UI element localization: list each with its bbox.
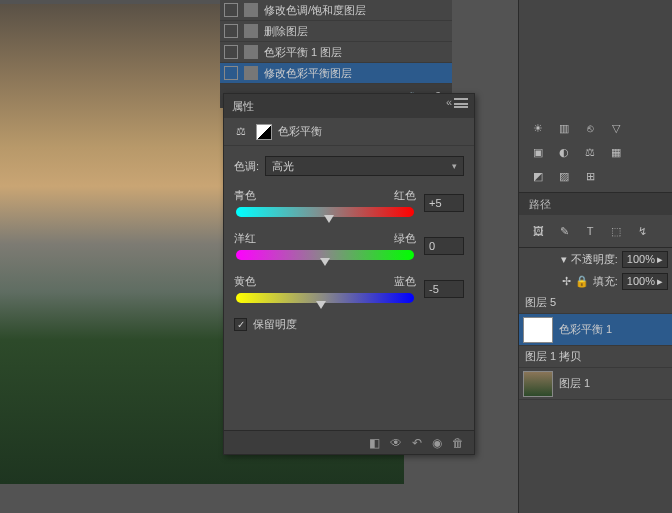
reset-icon[interactable]: ↶ xyxy=(412,436,422,450)
page-icon xyxy=(244,3,258,17)
adjustment-name: 色彩平衡 xyxy=(278,124,322,139)
tone-label: 色调: xyxy=(234,159,259,174)
clip-icon[interactable]: ◧ xyxy=(369,436,380,450)
slider-left-label: 洋红 xyxy=(234,231,256,246)
move-icon[interactable]: ✢ xyxy=(562,275,571,288)
right-panels: ☀ ▥ ⎋ ▽ ▣ ◐ ⚖ ▦ ◩ ▨ ⊞ 路径 🖼 ✎ T ⬚ ↯ ▾ 不透明… xyxy=(518,0,672,513)
vibrance-icon[interactable]: ▣ xyxy=(529,144,547,160)
history-item[interactable]: 删除图层 xyxy=(220,21,452,42)
checkbox-icon: ✓ xyxy=(234,318,247,331)
slider-value-input[interactable]: 0 xyxy=(424,237,464,255)
lock-icon[interactable]: 🔒 xyxy=(575,275,589,288)
path-icon[interactable]: ↯ xyxy=(633,223,651,239)
hue-icon[interactable]: ◐ xyxy=(555,144,573,160)
preserve-luminosity-checkbox[interactable]: ✓ 保留明度 xyxy=(234,317,464,332)
history-label: 修改色彩平衡图层 xyxy=(264,66,352,81)
history-item[interactable]: 修改色调/饱和度图层 xyxy=(220,0,452,21)
history-item[interactable]: 色彩平衡 1 图层 xyxy=(220,42,452,63)
layer-thumb xyxy=(523,371,553,397)
lock-row: ✢ 🔒 填充: 100%▸ xyxy=(519,270,672,292)
page-icon xyxy=(244,24,258,38)
slider-value-input[interactable]: -5 xyxy=(424,280,464,298)
paths-icons: 🖼 ✎ T ⬚ ↯ xyxy=(519,215,672,248)
tone-select[interactable]: 高光 ▾ xyxy=(265,156,464,176)
slider-right-label: 蓝色 xyxy=(394,274,416,289)
history-label: 删除图层 xyxy=(264,24,308,39)
tab-paths[interactable]: 路径 xyxy=(525,195,555,214)
adjustment-header: ⚖ 色彩平衡 xyxy=(224,118,474,146)
adjustments-row1: ☀ ▥ ⎋ ▽ ▣ ◐ ⚖ ▦ ◩ ▨ ⊞ xyxy=(519,112,672,193)
panel-titlebar[interactable]: 属性 « xyxy=(224,94,474,118)
image-icon[interactable]: 🖼 xyxy=(529,223,547,239)
brush-icon[interactable]: ✎ xyxy=(555,223,573,239)
chevron-down-icon[interactable]: ▾ xyxy=(561,253,567,266)
mixer-icon[interactable]: ▨ xyxy=(555,168,573,184)
slider-cyan-red: 青色红色 +5 xyxy=(234,188,464,217)
slider-track[interactable] xyxy=(236,250,414,260)
layer-color-balance[interactable]: 色彩平衡 1 xyxy=(519,314,672,346)
page-icon xyxy=(244,66,258,80)
slider-thumb[interactable] xyxy=(316,301,326,309)
layer-thumb xyxy=(523,317,553,343)
layer-item[interactable]: 图层 1 xyxy=(519,368,672,400)
paths-tabs: 路径 xyxy=(519,193,672,215)
history-label: 修改色调/饱和度图层 xyxy=(264,3,366,18)
photo-filter-icon[interactable]: ◩ xyxy=(529,168,547,184)
balance-icon: ⚖ xyxy=(232,123,250,141)
blend-mode-row: ▾ 不透明度: 100%▸ xyxy=(519,248,672,270)
shape-icon[interactable]: ⬚ xyxy=(607,223,625,239)
opacity-label: 不透明度: xyxy=(571,252,618,267)
properties-footer: ◧ 👁 ↶ ◉ 🗑 xyxy=(224,430,474,454)
properties-panel: 属性 « ⚖ 色彩平衡 色调: 高光 ▾ 青色红色 +5 xyxy=(223,93,475,455)
slider-track[interactable] xyxy=(236,293,414,303)
fill-label: 填充: xyxy=(593,274,618,289)
layer-label: 色彩平衡 1 xyxy=(559,322,612,337)
curves-icon[interactable]: ⎋ xyxy=(581,120,599,136)
text-icon[interactable]: T xyxy=(581,223,599,239)
slider-left-label: 黄色 xyxy=(234,274,256,289)
slider-left-label: 青色 xyxy=(234,188,256,203)
brightness-icon[interactable]: ☀ xyxy=(529,120,547,136)
prev-icon[interactable]: ◉ xyxy=(432,436,442,450)
lookup-icon[interactable]: ⊞ xyxy=(581,168,599,184)
bw-icon[interactable]: ▦ xyxy=(607,144,625,160)
layer-group[interactable]: 图层 5 xyxy=(519,292,672,314)
page-icon xyxy=(244,45,258,59)
color-balance-icon[interactable]: ⚖ xyxy=(581,144,599,160)
layer-group[interactable]: 图层 1 拷贝 xyxy=(519,346,672,368)
slider-value-input[interactable]: +5 xyxy=(424,194,464,212)
mask-icon[interactable] xyxy=(256,124,272,140)
slider-yellow-blue: 黄色蓝色 -5 xyxy=(234,274,464,303)
layer-label: 图层 1 xyxy=(559,376,590,391)
trash-icon[interactable]: 🗑 xyxy=(452,436,464,450)
panel-title: 属性 xyxy=(232,99,254,114)
panel-menu-icon[interactable] xyxy=(454,98,468,108)
slider-magenta-green: 洋红绿色 0 xyxy=(234,231,464,260)
history-item-selected[interactable]: 修改色彩平衡图层 xyxy=(220,63,452,84)
fill-input[interactable]: 100%▸ xyxy=(622,273,668,290)
tone-value: 高光 xyxy=(272,159,294,174)
collapse-icon[interactable]: « xyxy=(446,96,452,108)
levels-icon[interactable]: ▥ xyxy=(555,120,573,136)
slider-right-label: 绿色 xyxy=(394,231,416,246)
slider-thumb[interactable] xyxy=(320,258,330,266)
slider-track[interactable] xyxy=(236,207,414,217)
checkbox-label: 保留明度 xyxy=(253,317,297,332)
slider-thumb[interactable] xyxy=(324,215,334,223)
eye-icon[interactable]: 👁 xyxy=(390,436,402,450)
opacity-input[interactable]: 100%▸ xyxy=(622,251,668,268)
history-panel: 修改色调/饱和度图层 删除图层 色彩平衡 1 图层 修改色彩平衡图层 ⊞ 📷 🗑 xyxy=(220,0,452,108)
exposure-icon[interactable]: ▽ xyxy=(607,120,625,136)
history-label: 色彩平衡 1 图层 xyxy=(264,45,342,60)
slider-right-label: 红色 xyxy=(394,188,416,203)
chevron-down-icon: ▾ xyxy=(452,161,457,171)
